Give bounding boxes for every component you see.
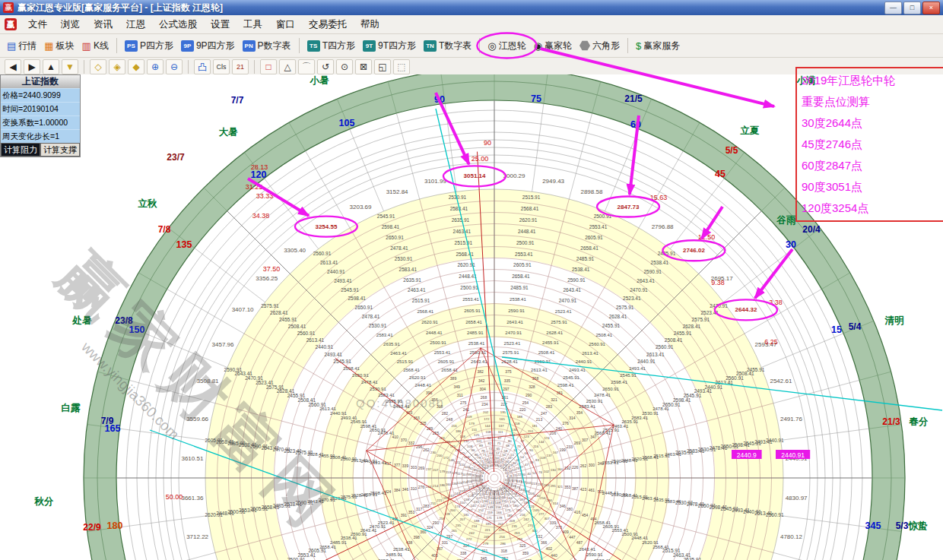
menu-item-file[interactable]: 文件: [21, 17, 54, 33]
svg-text:2643.41: 2643.41: [637, 278, 655, 283]
svg-text:2658.41: 2658.41: [319, 545, 336, 549]
svg-text:111: 111: [498, 430, 503, 434]
t-square-button[interactable]: TST四方形: [303, 37, 359, 55]
t-table-button[interactable]: TNT数字表: [420, 37, 475, 55]
winner-wheel-icon: ◉: [534, 40, 542, 52]
svg-text:2485.91: 2485.91: [510, 285, 529, 290]
menu-item-tools[interactable]: 工具: [237, 17, 269, 33]
svg-text:328: 328: [529, 384, 535, 389]
svg-text:235: 235: [456, 524, 462, 527]
svg-text:2448.41: 2448.41: [414, 383, 431, 388]
winner-wheel-button[interactable]: ◉赢家轮: [530, 37, 576, 55]
circle-tool[interactable]: ⊙: [336, 59, 353, 74]
diamond-tool-3[interactable]: ◆: [128, 59, 144, 74]
svg-text:2658.41: 2658.41: [441, 368, 458, 372]
svg-text:2530.91: 2530.91: [369, 323, 387, 328]
svg-text:410: 410: [392, 435, 399, 439]
svg-text:233: 233: [567, 445, 573, 449]
svg-text:199: 199: [559, 448, 566, 452]
menu-item-formula-pick[interactable]: 公式选股: [152, 17, 204, 33]
p-table-button[interactable]: PNP数字表: [239, 37, 295, 55]
triangle-tool[interactable]: △: [279, 59, 296, 74]
svg-text:321: 321: [557, 485, 564, 489]
p-square-button[interactable]: PSP四方形: [121, 37, 177, 55]
svg-text:12.50: 12.50: [698, 233, 716, 241]
gann-wheel-button[interactable]: ◎江恩轮: [484, 37, 529, 55]
svg-text:2523.41: 2523.41: [700, 310, 719, 315]
index-info-panel: 上证指数 价格=2440.9099时间=20190104变换系数=1.00000…: [0, 74, 81, 157]
svg-text:6.25: 6.25: [764, 338, 778, 346]
kline-button[interactable]: ▥K线: [78, 37, 113, 55]
9t-square-button[interactable]: 9T9T四方形: [359, 37, 420, 55]
svg-text:65: 65: [497, 447, 500, 451]
svg-text:353: 353: [408, 510, 415, 514]
diamond-tool-1[interactable]: ◇: [90, 59, 106, 74]
svg-text:2500.91: 2500.91: [516, 240, 535, 245]
svg-text:391: 391: [401, 513, 408, 517]
menu-item-settings[interactable]: 设置: [204, 17, 237, 33]
select-tool[interactable]: ⬚: [393, 59, 410, 74]
svg-text:118: 118: [486, 430, 491, 434]
back-button[interactable]: ◀: [5, 59, 21, 74]
quote-button-label: 行情: [18, 40, 37, 52]
calendar-button[interactable]: 21: [232, 59, 249, 74]
sector-button[interactable]: ▦板块: [40, 37, 78, 55]
svg-text:148: 148: [495, 501, 501, 505]
menu-item-news[interactable]: 资讯: [87, 17, 119, 33]
svg-text:31.25: 31.25: [246, 183, 263, 191]
zoom-out-button[interactable]: ⊖: [166, 59, 183, 74]
menu-item-help[interactable]: 帮助: [354, 17, 386, 33]
arc-tool[interactable]: ⌒: [298, 59, 315, 74]
calc-support-button[interactable]: 计算支撑: [40, 143, 80, 157]
svg-text:144: 144: [538, 440, 545, 444]
toolbar-separator: [84, 60, 84, 74]
svg-text:2478.41: 2478.41: [390, 245, 408, 251]
svg-text:2508.41: 2508.41: [538, 350, 555, 355]
quote-button[interactable]: ▤行情: [3, 37, 40, 55]
sector-icon: ▦: [44, 40, 53, 52]
svg-text:214: 214: [433, 484, 439, 488]
svg-text:大暑: 大暑: [219, 127, 239, 138]
svg-text:226: 226: [572, 465, 579, 470]
svg-text:2643.41: 2643.41: [563, 287, 581, 293]
close-button[interactable]: ×: [922, 2, 940, 14]
hexagon-button[interactable]: 六角形: [576, 37, 624, 55]
svg-text:332: 332: [408, 441, 415, 445]
svg-text:2847.73: 2847.73: [618, 204, 640, 210]
svg-text:25.00: 25.00: [472, 155, 489, 163]
winner-service-button[interactable]: $赢家服务: [632, 37, 684, 55]
filter-button[interactable]: ▼: [62, 59, 78, 74]
menu-item-window[interactable]: 窗口: [269, 17, 302, 33]
cls-button[interactable]: Cls: [213, 59, 230, 74]
svg-text:181: 181: [532, 424, 538, 428]
forward-button[interactable]: ▶: [24, 59, 40, 74]
minimize-button[interactable]: —: [884, 2, 902, 14]
maximize-button[interactable]: □: [903, 2, 921, 14]
svg-text:32: 32: [497, 464, 501, 468]
svg-text:2530.91: 2530.91: [395, 256, 413, 261]
svg-text:2455.91: 2455.91: [674, 331, 692, 336]
svg-text:162: 162: [507, 496, 513, 500]
delete-tool[interactable]: ⊠: [355, 59, 372, 74]
up-button[interactable]: ▲: [43, 59, 59, 74]
svg-text:180: 180: [107, 520, 123, 531]
menu-item-gann[interactable]: 江恩: [119, 17, 152, 33]
menu-item-trade[interactable]: 交易委托: [302, 17, 354, 33]
panel-row-3: 周天变化步长=1: [1, 129, 80, 143]
rect-tool[interactable]: □: [260, 59, 277, 74]
zoom-in-button[interactable]: ⊕: [147, 59, 164, 74]
resize-tool[interactable]: ◱: [374, 59, 391, 74]
menu-item-browse[interactable]: 浏览: [54, 17, 87, 33]
9p-square-button[interactable]: 9P9P四方形: [177, 37, 239, 55]
svg-text:3508.81: 3508.81: [197, 378, 219, 384]
diamond-tool-2[interactable]: ◈: [109, 59, 125, 74]
svg-text:2598.41: 2598.41: [343, 366, 360, 371]
svg-text:3101.99: 3101.99: [424, 178, 446, 185]
svg-text:2746.02: 2746.02: [683, 247, 705, 254]
svg-text:2635.91: 2635.91: [452, 217, 470, 223]
calc-resistance-button[interactable]: 计算阻力: [1, 143, 40, 157]
svg-text:290: 290: [433, 520, 440, 525]
svg-text:2440.91: 2440.91: [576, 359, 592, 364]
rotate-tool[interactable]: ↺: [317, 59, 334, 74]
convex-tool[interactable]: 凸: [194, 59, 211, 74]
